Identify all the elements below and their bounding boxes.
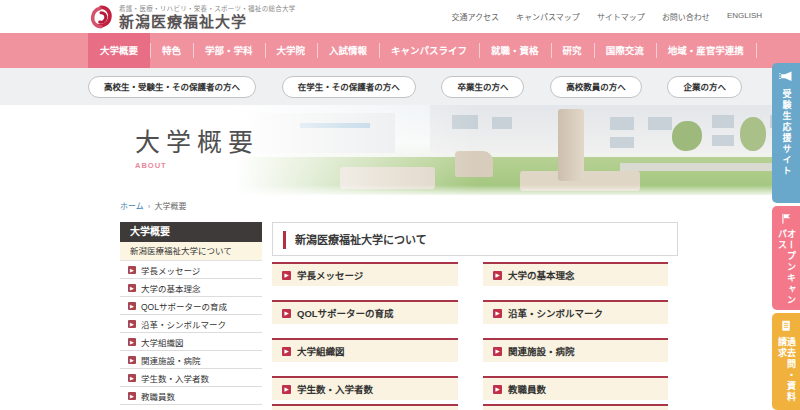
audience-link-teachers[interactable]: 高校教員の方へ — [550, 76, 642, 98]
sidebar-item-facilities[interactable]: ▶関連施設・病院 — [120, 351, 262, 369]
nav-item-features[interactable]: 特色 — [150, 33, 193, 68]
breadcrumb: ホーム›大学概要 — [120, 200, 186, 211]
nav-item-admissions[interactable]: 入試情報 — [317, 33, 379, 68]
card-philosophy[interactable]: ▶大学の基本理念 — [483, 262, 668, 286]
card-organization[interactable]: ▶大学組織図 — [272, 338, 458, 362]
arrow-square-icon: ▶ — [128, 320, 136, 328]
utility-nav: 交通アクセス キャンパスマップ サイトマップ お問い合わせ ENGLISH — [452, 11, 763, 22]
card-student-numbers[interactable]: ▶学生数・入学者数 — [272, 376, 458, 400]
utility-link-sitemap[interactable]: サイトマップ — [597, 11, 645, 22]
sidebar-item-qol-supporter[interactable]: ▶QOLサポーターの育成 — [120, 297, 262, 315]
page-subtitle: ABOUT — [135, 161, 259, 170]
arrow-square-icon: ▶ — [282, 309, 291, 318]
breadcrumb-current: 大学概要 — [154, 202, 186, 211]
section-title: 新潟医療福祉大学について — [295, 231, 427, 247]
audience-link-prospective[interactable]: 高校生・受験生・その保護者の方へ — [88, 76, 256, 98]
flag-icon — [779, 213, 793, 224]
arrow-square-icon: ▶ — [128, 284, 136, 292]
hero-banner: 大学概要 ABOUT — [0, 105, 800, 195]
hero-tree2 — [740, 117, 766, 151]
hero-title-block: 大学概要 ABOUT — [135, 122, 259, 170]
hero-sculpture-pillar — [558, 109, 584, 181]
nav-item-graduate[interactable]: 大学院 — [265, 33, 318, 68]
sidebar-item-about-active[interactable]: 新潟医療福祉大学について — [120, 242, 262, 261]
card-staff-numbers[interactable]: ▶教職員数 — [483, 376, 668, 400]
nav-item-research[interactable]: 研究 — [551, 33, 594, 68]
arrow-square-icon: ▶ — [282, 347, 291, 356]
sidebar-item-organization[interactable]: ▶大学組織図 — [120, 333, 262, 351]
nav-item-about[interactable]: 大学概要 — [88, 33, 150, 68]
utility-link-english[interactable]: ENGLISH — [727, 11, 762, 22]
arrow-square-icon: ▶ — [282, 385, 291, 394]
arrow-square-icon: ▶ — [493, 271, 502, 280]
main-content: 新潟医療福祉大学について ▶学長メッセージ ▶大学の基本理念 ▶QOLサポーター… — [272, 222, 678, 400]
university-logo-icon — [88, 4, 114, 30]
page: 看護・医療・リハビリ・栄養・スポーツ・福祉の総合大学 新潟医療福祉大学 交通アク… — [0, 0, 800, 410]
breadcrumb-home[interactable]: ホーム — [120, 202, 144, 211]
heading-accent-bar — [283, 231, 286, 249]
arrow-square-icon: ▶ — [128, 338, 136, 346]
side-tab-materials[interactable]: 過去問・資料請求 — [772, 313, 800, 410]
utility-link-access[interactable]: 交通アクセス — [452, 11, 500, 22]
card-partial-right[interactable] — [483, 404, 668, 410]
card-partial-left[interactable] — [272, 404, 458, 410]
link-card-grid: ▶学長メッセージ ▶大学の基本理念 ▶QOLサポーターの育成 ▶沿革・シンボルマ… — [272, 262, 678, 400]
arrow-square-icon: ▶ — [128, 356, 136, 364]
logo-text: 看護・医療・リハビリ・栄養・スポーツ・福祉の総合大学 新潟医療福祉大学 — [119, 3, 296, 31]
arrow-square-icon: ▶ — [128, 302, 136, 310]
main-nav: 大学概要 特色 学部・学科 大学院 入試情報 キャンパスライフ 就職・資格 研究… — [0, 33, 800, 68]
side-tab-label: オープンキャンパス — [777, 229, 795, 310]
arrow-square-icon: ▶ — [282, 271, 291, 280]
audience-link-alumni[interactable]: 卒業生の方へ — [441, 76, 524, 98]
sidebar-item-philosophy[interactable]: ▶大学の基本理念 — [120, 279, 262, 297]
arrow-square-icon: ▶ — [128, 392, 136, 400]
card-facilities[interactable]: ▶関連施設・病院 — [483, 338, 668, 362]
audience-link-current-students[interactable]: 在学生・その保護者の方へ — [282, 76, 416, 98]
side-tab-label: 受験生応援サイト — [782, 89, 791, 177]
arrow-square-icon: ▶ — [128, 266, 136, 274]
link-card-grid-partial — [272, 404, 678, 410]
nav-item-regional[interactable]: 地域・産官学連携 — [656, 33, 756, 68]
sidebar-item-partial[interactable]: ▶ — [120, 405, 262, 410]
audience-link-companies[interactable]: 企業の方へ — [667, 76, 742, 98]
side-tab-open-campus[interactable]: オープンキャンパス — [772, 206, 800, 310]
arrow-square-icon: ▶ — [493, 347, 502, 356]
breadcrumb-separator: › — [148, 202, 151, 211]
nav-item-international[interactable]: 国際交流 — [594, 33, 656, 68]
audience-bar: 高校生・受験生・その保護者の方へ 在学生・その保護者の方へ 卒業生の方へ 高校教… — [0, 68, 800, 105]
side-tab-label: 過去問・資料請求 — [777, 337, 795, 410]
arrow-square-icon: ▶ — [493, 309, 502, 318]
sidebar-item-staff-numbers[interactable]: ▶教職員数 — [120, 387, 262, 405]
utility-link-campus-map[interactable]: キャンパスマップ — [516, 11, 580, 22]
arrow-square-icon: ▶ — [128, 374, 136, 382]
document-icon — [779, 320, 793, 332]
page-title: 大学概要 — [135, 122, 259, 158]
card-history-symbol[interactable]: ▶沿革・シンボルマーク — [483, 300, 668, 324]
nav-item-campus-life[interactable]: キャンパスライフ — [379, 33, 479, 68]
logo-tagline: 看護・医療・リハビリ・栄養・スポーツ・福祉の総合大学 — [119, 3, 296, 13]
hero-fade-overlay — [0, 105, 560, 195]
card-qol-supporter[interactable]: ▶QOLサポーターの育成 — [272, 300, 458, 324]
hero-fade-bottom — [0, 185, 800, 195]
site-header: 看護・医療・リハビリ・栄養・スポーツ・福祉の総合大学 新潟医療福祉大学 交通アク… — [0, 0, 800, 33]
arrow-square-icon: ▶ — [493, 385, 502, 394]
side-tab-exam-support[interactable]: 受験生応援サイト — [772, 63, 800, 203]
nav-item-faculties[interactable]: 学部・学科 — [193, 33, 265, 68]
site-logo[interactable]: 看護・医療・リハビリ・栄養・スポーツ・福祉の総合大学 新潟医療福祉大学 — [88, 3, 296, 31]
utility-link-contact[interactable]: お問い合わせ — [662, 11, 710, 22]
section-heading: 新潟医療福祉大学について — [272, 222, 678, 256]
nav-item-careers[interactable]: 就職・資格 — [479, 33, 551, 68]
sidebar-menu: 大学概要 新潟医療福祉大学について ▶学長メッセージ ▶大学の基本理念 ▶QOL… — [120, 222, 262, 410]
hero-tree — [672, 121, 702, 151]
sidebar-item-student-numbers[interactable]: ▶学生数・入学者数 — [120, 369, 262, 387]
sidebar-item-president-message[interactable]: ▶学長メッセージ — [120, 261, 262, 279]
sidebar-title: 大学概要 — [120, 222, 262, 242]
sidebar-item-history-symbol[interactable]: ▶沿革・シンボルマーク — [120, 315, 262, 333]
megaphone-icon — [779, 70, 793, 84]
card-president-message[interactable]: ▶学長メッセージ — [272, 262, 458, 286]
site-name: 新潟医療福祉大学 — [119, 13, 296, 31]
